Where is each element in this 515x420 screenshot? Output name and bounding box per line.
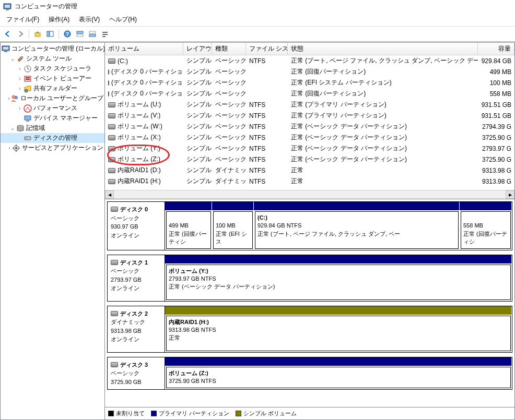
volume-row[interactable]: ボリューム (V:)シンプルベーシックNTFS正常 (プライマリ パーティション… <box>105 110 514 121</box>
partition[interactable]: ボリューム (Y:) 2793.97 GB NTFS 正常 (ベーシック データ… <box>166 265 511 300</box>
disk-info: ディスク 0 ベーシック 930.97 GB オンライン <box>108 202 165 250</box>
menu-file[interactable]: ファイル(F) <box>2 14 43 25</box>
tree-root[interactable]: コンピューターの管理 (ローカル) <box>1 44 104 54</box>
up-button[interactable] <box>32 28 43 40</box>
disk-block-3[interactable]: ディスク 3 ベーシック 3725.90 GB ボリューム (Z:) 3725.… <box>107 357 512 390</box>
partition[interactable]: (C:) 929.84 GB NTFS 正常 (ブート, ページ ファイル, ク… <box>255 211 459 249</box>
forward-button[interactable] <box>15 28 26 40</box>
svg-rect-1 <box>5 5 10 8</box>
tree-local-users[interactable]: › ローカル ユーザーとグループ <box>1 93 104 103</box>
disk-icon <box>111 311 118 316</box>
volume-row[interactable]: ボリューム (W:)シンプルベーシックNTFS正常 (ベーシック データ パーテ… <box>105 121 514 132</box>
tree-performance[interactable]: › パフォーマンス <box>1 103 104 113</box>
tree-system-tools[interactable]: ⌄ システム ツール <box>1 54 104 64</box>
svg-rect-27 <box>25 116 31 120</box>
show-hide-tree-button[interactable] <box>44 28 56 40</box>
volume-row[interactable]: ボリューム (U:)シンプルベーシックNTFS正常 (プライマリ パーティション… <box>105 99 514 110</box>
svg-rect-22 <box>26 79 30 80</box>
navigation-tree[interactable]: コンピューターの管理 (ローカル) ⌄ システム ツール › タスク スケジュー… <box>0 42 104 420</box>
tools-icon <box>16 55 25 63</box>
col-layout[interactable]: レイアウト <box>183 43 212 55</box>
expander-icon[interactable]: › <box>16 86 24 91</box>
svg-rect-30 <box>25 137 31 140</box>
svg-rect-11 <box>89 34 96 37</box>
tree-shared-folders[interactable]: › 共有フォルダー <box>1 83 104 93</box>
volume-icon <box>108 102 115 107</box>
disk-info: ディスク 3 ベーシック 3725.90 GB <box>108 357 165 390</box>
volume-list[interactable]: ボリューム レイアウト 種類 ファイル システム 状態 容量 (C:)シンプルベ… <box>105 43 514 199</box>
col-type[interactable]: 種類 <box>212 43 246 55</box>
svg-rect-3 <box>35 33 40 37</box>
menu-action[interactable]: 操作(A) <box>44 14 74 25</box>
volume-icon <box>108 146 115 151</box>
tree-storage[interactable]: ⌄ 記憶域 <box>1 123 104 133</box>
users-icon <box>10 94 19 103</box>
tree-event-viewer[interactable]: › イベント ビューアー <box>1 74 104 83</box>
expander-icon[interactable]: ⌄ <box>9 125 16 131</box>
view-top-button[interactable] <box>74 28 86 40</box>
disk-info: ディスク 2 ダイナミック 9313.98 GB オンライン <box>108 306 165 352</box>
svg-rect-4 <box>47 31 49 37</box>
volume-row[interactable]: (ディスク 0 パーティション 2)シンプルベーシック正常 (EFI システム … <box>105 77 514 88</box>
svg-point-18 <box>21 56 23 58</box>
volume-row[interactable]: (C:)シンプルベーシックNTFS正常 (ブート, ページ ファイル, クラッシ… <box>105 55 514 66</box>
settings-button[interactable] <box>99 28 111 40</box>
svg-point-31 <box>26 138 27 139</box>
expander-icon[interactable]: ⌄ <box>9 56 16 62</box>
volume-row[interactable]: ボリューム (X:)シンプルベーシックNTFS正常 (ベーシック データ パーテ… <box>105 132 514 143</box>
back-button[interactable] <box>2 28 14 40</box>
menubar: ファイル(F) 操作(A) 表示(V) ヘルプ(H) <box>0 13 515 26</box>
volume-row[interactable]: (ディスク 0 パーティション 1)シンプルベーシック正常 (回復パーティション… <box>105 66 514 77</box>
tree-task-scheduler[interactable]: › タスク スケジューラ <box>1 64 104 74</box>
col-capacity[interactable]: 容量 <box>478 43 514 55</box>
tree-services-apps[interactable]: › サービスとアプリケーション <box>1 143 104 153</box>
disk-graphical-view[interactable]: ディスク 0 ベーシック 930.97 GB オンライン 499 MB <box>105 199 514 407</box>
svg-rect-2 <box>6 9 9 10</box>
col-volume[interactable]: ボリューム <box>105 43 183 55</box>
help-button[interactable]: ? <box>62 28 73 40</box>
partition[interactable]: 499 MB 正常 (回復パーティシ <box>166 211 211 249</box>
volume-icon <box>108 91 109 97</box>
volume-row[interactable]: 内蔵RAID1 (H:)シンプルダイナミックNTFS正常9313.98 G <box>105 176 514 187</box>
view-bottom-button[interactable] <box>87 28 98 40</box>
storage-icon <box>16 124 25 133</box>
expander-icon[interactable]: › <box>16 105 24 111</box>
services-icon <box>12 144 20 152</box>
volume-row[interactable]: 内蔵RAID1 (D:)シンプルダイナミックNTFS正常9313.98 G <box>105 165 514 176</box>
menu-help[interactable]: ヘルプ(H) <box>105 14 141 25</box>
volume-icon <box>108 179 115 184</box>
disk-block-1[interactable]: ディスク 1 ベーシック 2793.97 GB オンライン ボリューム (Y:)… <box>107 255 512 302</box>
menu-view[interactable]: 表示(V) <box>75 14 104 25</box>
computer-icon <box>2 45 10 53</box>
expander-icon[interactable]: › <box>16 76 24 81</box>
horizontal-scrollbar[interactable]: ◀ ▶ <box>105 190 514 199</box>
tree-disk-management[interactable]: ディスクの管理 <box>1 133 104 143</box>
col-fs[interactable]: ファイル システム <box>246 43 288 55</box>
expander-icon[interactable]: › <box>7 145 12 151</box>
scroll-left-icon[interactable]: ◀ <box>105 190 114 199</box>
legend-swatch-simple <box>236 411 241 416</box>
titlebar: コンピューターの管理 <box>0 0 515 13</box>
col-status[interactable]: 状態 <box>288 43 478 55</box>
volume-row[interactable]: (ディスク 0 パーティション 5)シンプルベーシック正常 (回復パーティション… <box>105 88 514 99</box>
scroll-right-icon[interactable]: ▶ <box>506 190 514 199</box>
svg-rect-14 <box>102 36 106 37</box>
partition[interactable]: 100 MB 正常 (EFI シス <box>213 211 253 249</box>
volume-row[interactable]: ボリューム (Y:)シンプルベーシックNTFS正常 (ベーシック データ パーテ… <box>105 143 514 154</box>
volume-icon <box>108 80 109 86</box>
expander-icon[interactable]: › <box>16 66 24 71</box>
partition[interactable]: 558 MB 正常 (回復パーティシ <box>461 211 511 249</box>
partition[interactable]: 内蔵RAID1 (H:) 9313.98 GB NTFS 正常 <box>166 316 511 351</box>
shared-folder-icon <box>24 85 32 93</box>
volume-icon <box>108 135 115 140</box>
disk-block-0[interactable]: ディスク 0 ベーシック 930.97 GB オンライン 499 MB <box>107 201 512 250</box>
tree-device-manager[interactable]: デバイス マネージャー <box>1 113 104 123</box>
svg-rect-16 <box>3 47 8 50</box>
svg-rect-12 <box>102 32 108 33</box>
disk-icon <box>111 260 118 265</box>
svg-rect-17 <box>4 51 7 52</box>
volume-row[interactable]: ボリューム (Z:)シンプルベーシックNTFS正常 (ベーシック データ パーテ… <box>105 154 514 165</box>
partition[interactable]: ボリューム (Z:) 3725.90 GB NTFS <box>166 367 511 389</box>
window-title: コンピューターの管理 <box>15 2 77 11</box>
disk-block-2[interactable]: ディスク 2 ダイナミック 9313.98 GB オンライン 内蔵RAID1 (… <box>107 306 512 353</box>
